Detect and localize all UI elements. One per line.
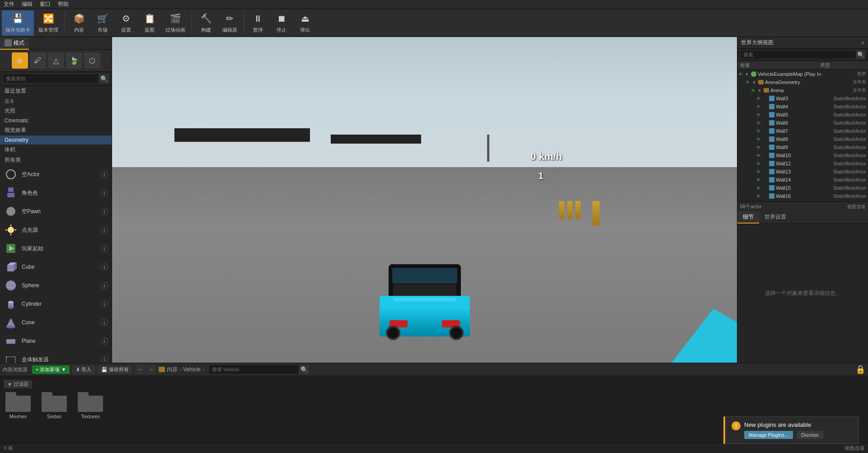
category-lighting[interactable]: 光照 — [0, 106, 112, 116]
place-item-empty-pawn[interactable]: 空Pawn ℹ — [0, 202, 112, 221]
toolbar-version[interactable]: 🔀 版本管理 — [35, 10, 62, 36]
tree-item-wall3[interactable]: 👁 Wall3 StaticMeshActor — [737, 94, 868, 103]
toolbar-build[interactable]: 🔨 构建 — [195, 10, 217, 36]
view-options-btn[interactable]: 视图选项 — [845, 445, 864, 452]
mode-btn-place[interactable]: ⊕ — [12, 52, 28, 69]
toolbar-market[interactable]: 🛒 市场 — [91, 10, 114, 36]
add-new-btn[interactable]: + 添加新项 ▼ — [32, 365, 70, 374]
cylinder-info[interactable]: ℹ — [101, 300, 108, 308]
toolbar-settings[interactable]: ⚙ 设置 — [115, 10, 137, 36]
outline-search-input[interactable] — [740, 50, 856, 59]
outline-view-options[interactable]: 视图选项 — [847, 204, 865, 210]
plane-info[interactable]: ℹ — [101, 337, 108, 345]
visibility-icon-wall9[interactable]: 👁 — [755, 144, 762, 150]
folder-sedan[interactable]: Sedan — [40, 392, 69, 419]
visibility-icon-wall8[interactable]: 👁 — [755, 136, 762, 142]
place-item-cube[interactable]: Cube ℹ — [0, 258, 112, 276]
player-start-info[interactable]: ℹ — [101, 245, 108, 252]
menu-help[interactable]: 帮助 — [58, 0, 69, 8]
filter-btn[interactable]: ▼ 过滤器 — [4, 380, 32, 388]
category-cinematic[interactable]: Cinematic — [0, 116, 112, 125]
visibility-icon-arena[interactable]: 👁 — [750, 87, 756, 93]
place-item-character[interactable]: 角色色 ℹ — [0, 184, 112, 202]
folder-meshes[interactable]: Meshes — [4, 392, 33, 419]
expand-arena[interactable]: ▼ — [757, 88, 764, 93]
menu-file[interactable]: 文件 — [4, 0, 14, 8]
tree-item-wall13[interactable]: 👁 Wall13 StaticMeshActor — [737, 168, 868, 176]
toolbar-blueprint[interactable]: 📋 蓝图 — [138, 10, 161, 36]
place-item-empty-actor[interactable]: 空Actor ℹ — [0, 165, 112, 184]
expand-root[interactable]: ▼ — [745, 72, 751, 77]
content-search-btn[interactable]: 🔍 — [299, 364, 309, 374]
category-search-btn[interactable]: 🔍 — [99, 74, 109, 84]
outline-search-btn[interactable]: 🔍 — [856, 50, 865, 59]
category-recent[interactable]: 最近放置 — [0, 86, 112, 96]
visibility-icon-wall5[interactable]: 👁 — [755, 112, 762, 118]
visibility-icon-wall15[interactable]: 👁 — [755, 185, 762, 191]
trigger-info[interactable]: ℹ — [101, 356, 108, 363]
toolbar-cinematic[interactable]: 🎬 过场动画 — [162, 10, 189, 36]
sphere-info[interactable]: ℹ — [101, 282, 108, 289]
detail-tab-world-settings[interactable]: 世界设置 — [759, 211, 792, 224]
import-btn[interactable]: ⬇ 导入 — [72, 365, 95, 374]
place-item-cylinder[interactable]: Cylinder ℹ — [0, 295, 112, 313]
tree-item-arena[interactable]: 👁 ▼ Arena 文件夹 — [737, 86, 868, 94]
toolbar-pause[interactable]: ⏸ 暂停 — [247, 10, 269, 36]
right-panel-menu[interactable]: ≡ — [861, 40, 864, 46]
category-geometry[interactable]: Geometry — [0, 135, 112, 145]
tree-item-root[interactable]: 👁 ▼ VehicleExampleMap (Play In Editor) 世… — [737, 70, 868, 78]
category-all[interactable]: 所有类 — [0, 155, 112, 165]
place-item-sphere[interactable]: Sphere ℹ — [0, 276, 112, 295]
toolbar-save[interactable]: 💾 保存当前卡 — [2, 10, 34, 36]
visibility-icon-root[interactable]: 👁 — [737, 71, 744, 77]
menu-window[interactable]: 窗口 — [40, 0, 51, 8]
toolbar-editor[interactable]: ✏ 编辑器 — [218, 10, 241, 36]
visibility-icon-wall4[interactable]: 👁 — [755, 103, 762, 110]
point-light-info[interactable]: ℹ — [101, 226, 108, 234]
tree-item-wall5[interactable]: 👁 Wall5 StaticMeshActor — [737, 111, 868, 119]
place-item-point-light[interactable]: 点光源 ℹ — [0, 221, 112, 239]
tree-item-wall4[interactable]: 👁 Wall4 StaticMeshActor — [737, 103, 868, 111]
visibility-icon-wall14[interactable]: 👁 — [755, 177, 762, 183]
tree-item-wall14[interactable]: 👁 Wall14 StaticMeshActor — [737, 176, 868, 184]
dismiss-btn[interactable]: Dismiss — [797, 431, 823, 439]
toolbar-eject[interactable]: ⏏ 弹出 — [294, 10, 316, 36]
cone-info[interactable]: ℹ — [101, 319, 108, 326]
nav-back-btn[interactable]: ← — [135, 364, 145, 374]
empty-actor-info[interactable]: ℹ — [101, 171, 108, 178]
tree-item-wall8[interactable]: 👁 Wall8 StaticMeshActor — [737, 135, 868, 143]
nav-forward-btn[interactable]: → — [146, 364, 156, 374]
visibility-icon-wall7[interactable]: 👁 — [755, 128, 762, 134]
visibility-icon-wall3[interactable]: 👁 — [755, 95, 762, 102]
toolbar-content[interactable]: 📦 内容 — [68, 10, 90, 36]
folder-textures[interactable]: Textures — [76, 392, 105, 419]
cube-info[interactable]: ℹ — [101, 263, 108, 271]
visibility-icon-wall6[interactable]: 👁 — [755, 120, 762, 126]
place-item-plane[interactable]: Plane ℹ — [0, 332, 112, 350]
place-item-cone[interactable]: Cone ℹ — [0, 313, 112, 332]
visibility-icon-wall16[interactable]: 👁 — [755, 193, 762, 199]
mode-btn-landscape[interactable]: △ — [48, 52, 64, 69]
mode-btn-geometry[interactable]: ⬡ — [84, 52, 100, 69]
visibility-icon-arena-geo[interactable]: 👁 — [745, 79, 751, 85]
category-visual[interactable]: 视觉效果 — [0, 125, 112, 135]
tree-item-wall12[interactable]: 👁 Wall12 StaticMeshActor — [737, 159, 868, 168]
save-all-btn[interactable]: 💾 保存所有 — [98, 365, 132, 374]
category-volume[interactable]: 体积 — [0, 145, 112, 155]
visibility-icon-wall10[interactable]: 👁 — [755, 152, 762, 159]
tree-item-wall15[interactable]: 👁 Wall15 StaticMeshActor — [737, 184, 868, 192]
lock-icon[interactable]: 🔒 — [855, 364, 865, 374]
detail-tab-details[interactable]: 细节 — [737, 211, 759, 224]
expand-arena-geo[interactable]: ▼ — [752, 80, 758, 85]
visibility-icon-wall12[interactable]: 👁 — [755, 160, 762, 167]
category-search-input[interactable] — [3, 74, 99, 84]
empty-pawn-info[interactable]: ℹ — [101, 208, 108, 215]
viewport-area[interactable]: 0 km/h 1 — [112, 37, 737, 363]
content-search-input[interactable] — [209, 364, 299, 374]
visibility-icon-wall13[interactable]: 👁 — [755, 168, 762, 175]
manage-plugins-btn[interactable]: Manage Plugins... — [744, 431, 793, 439]
menu-edit[interactable]: 编辑 — [22, 0, 33, 8]
breadcrumb-content[interactable]: 内容 — [167, 366, 178, 374]
tree-item-arena-geo[interactable]: 👁 ▼ ArenaGeometry 文件夹 — [737, 78, 868, 86]
tree-item-wall6[interactable]: 👁 Wall6 StaticMeshActor — [737, 119, 868, 127]
